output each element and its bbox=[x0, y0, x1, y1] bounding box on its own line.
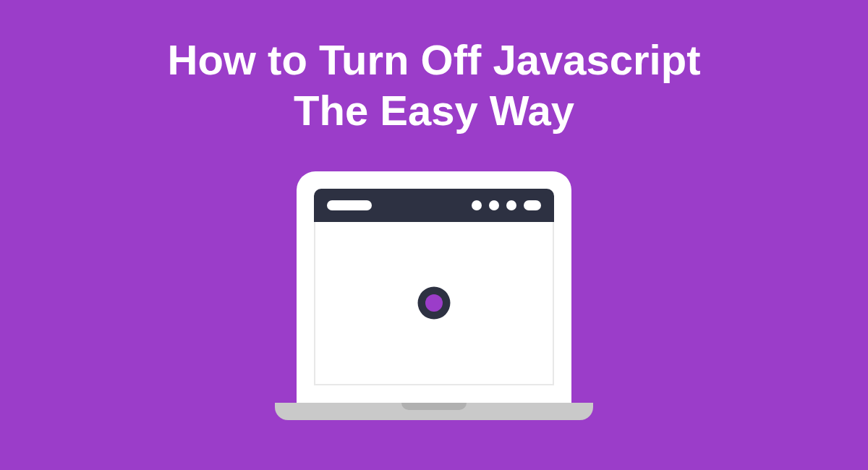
svg-point-10 bbox=[425, 294, 443, 312]
page-title: How to Turn Off Javascript The Easy Way bbox=[168, 35, 701, 135]
laptop-illustration bbox=[275, 171, 593, 439]
browser-dash-icon bbox=[524, 200, 541, 210]
browser-title-bar bbox=[314, 189, 554, 222]
laptop-hinge-notch bbox=[401, 403, 467, 410]
gear-icon bbox=[380, 249, 488, 357]
laptop-base bbox=[275, 403, 593, 420]
browser-dot-icon bbox=[472, 200, 482, 210]
browser-address-pill bbox=[327, 200, 372, 210]
browser-content-area bbox=[314, 222, 554, 385]
title-line-2: The Easy Way bbox=[294, 87, 574, 134]
laptop-screen bbox=[297, 171, 571, 403]
browser-window-controls bbox=[472, 200, 541, 210]
title-line-1: How to Turn Off Javascript bbox=[168, 36, 701, 83]
browser-dot-icon bbox=[489, 200, 499, 210]
browser-dot-icon bbox=[506, 200, 516, 210]
